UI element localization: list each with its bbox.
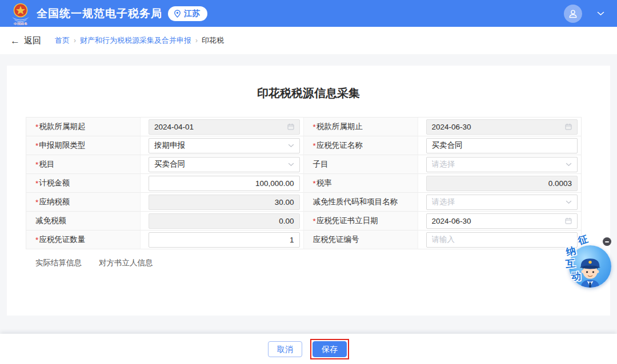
field-label-tax-rate: *税率: [304, 174, 418, 193]
chevron-down-icon: [288, 144, 294, 148]
field-label-certificate-issue-date: *应税凭证书立日期: [304, 212, 418, 230]
required-asterisk: *: [35, 236, 38, 244]
section-tabs: 实际结算信息对方书立人信息: [35, 258, 153, 268]
field-label-certificate-number: 应税凭证编号: [304, 230, 418, 249]
field-cell-certificate-count: 1: [141, 230, 304, 249]
field-label-tax-item: *税目: [26, 155, 141, 174]
required-asterisk: *: [35, 179, 38, 188]
required-asterisk: *: [313, 179, 316, 188]
reduction-amount-value: 0.00: [154, 217, 294, 225]
svg-text:中国税务: 中国税务: [14, 21, 28, 25]
tax-rate-value: 0.0003: [432, 179, 572, 188]
breadcrumb-item-2: 印花税: [202, 35, 224, 46]
certificate-count-input[interactable]: 1: [149, 232, 300, 248]
tax-item-select[interactable]: 买卖合同: [149, 157, 300, 172]
field-cell-reduction-code-and-project: 请选择: [418, 193, 582, 212]
required-asterisk: *: [35, 123, 38, 131]
field-cell-taxable-amount: 100,000.00: [141, 174, 304, 193]
taxable-certificate-name-value: 买卖合同: [432, 140, 572, 151]
page-title: 印花税税源信息采集: [7, 66, 610, 101]
section-tab-0[interactable]: 实际结算信息: [35, 258, 82, 268]
form-card: 印花税税源信息采集 *税款所属期起2024-04-01*税款所属期止2024-0…: [7, 66, 610, 316]
tax-period-end-date-field: 2024-06-30: [426, 119, 578, 135]
calendar-icon: [565, 217, 572, 224]
region-badge[interactable]: 江苏: [168, 6, 207, 21]
breadcrumb: 首页›财产和行为税税源采集及合并申报›印花税: [55, 35, 224, 46]
tax-item-value: 买卖合同: [154, 159, 285, 169]
certificate-number-input[interactable]: 请输入: [426, 232, 578, 248]
field-cell-tax-period-end: 2024-06-30: [418, 118, 582, 136]
field-cell-certificate-number: 请输入: [418, 230, 582, 249]
form-table: *税款所属期起2024-04-01*税款所属期止2024-06-30*申报期限类…: [26, 117, 582, 249]
field-label-reduction-code-and-project: 减免性质代码和项目名称: [304, 193, 418, 212]
calendar-icon: [565, 123, 572, 130]
field-cell-tax-period-start: 2024-04-01: [141, 118, 304, 136]
field-label-tax-payable: *应纳税额: [26, 193, 141, 212]
field-cell-tax-item: 买卖合同: [141, 155, 304, 174]
field-cell-taxable-certificate-name: 买卖合同: [418, 136, 582, 155]
save-button[interactable]: 保存: [312, 341, 347, 357]
region-label: 江苏: [184, 9, 200, 19]
back-arrow-icon: ←: [10, 36, 20, 46]
required-asterisk: *: [313, 123, 316, 131]
breadcrumb-bar: ← 返回 首页›财产和行为税税源采集及合并申报›印花税: [0, 27, 617, 54]
field-label-sub-item: 子目: [304, 155, 418, 174]
filing-deadline-type-value: 按期申报: [154, 140, 285, 151]
officer-cartoon: [574, 253, 607, 288]
taxable-amount-input[interactable]: 100,000.00: [149, 176, 300, 191]
field-cell-certificate-issue-date: 2024-06-30: [418, 212, 582, 230]
tax-payable-value: 30.00: [154, 198, 294, 207]
field-cell-filing-deadline-type: 按期申报: [141, 136, 304, 155]
tax-period-start-date-field: 2024-04-01: [149, 119, 300, 135]
tax-period-end-value: 2024-06-30: [432, 123, 562, 131]
sub-item-value: 请选择: [432, 159, 563, 169]
certificate-count-value: 1: [154, 236, 294, 244]
field-label-tax-period-end: *税款所属期止: [304, 118, 418, 136]
field-cell-tax-rate: 0.0003: [418, 174, 582, 193]
section-tab-1[interactable]: 对方书立人信息: [99, 258, 153, 268]
breadcrumb-item-0[interactable]: 首页: [55, 35, 70, 46]
certificate-issue-date-date-field[interactable]: 2024-06-30: [426, 213, 578, 229]
required-asterisk: *: [35, 141, 38, 150]
chevron-down-icon: [566, 200, 572, 204]
breadcrumb-separator: ›: [74, 37, 76, 45]
chevron-down-icon: [566, 163, 572, 167]
required-asterisk: *: [35, 198, 38, 207]
reduction-code-and-project-value: 请选择: [432, 197, 563, 207]
app-title: 全国统一规范电子税务局: [37, 6, 162, 21]
back-label: 返回: [24, 35, 41, 46]
tax-period-start-value: 2024-04-01: [154, 123, 284, 131]
required-asterisk: *: [35, 160, 38, 169]
breadcrumb-item-1[interactable]: 财产和行为税税源采集及合并申报: [80, 35, 191, 46]
page: 中国税务 全国统一规范电子税务局 江苏: [0, 0, 617, 364]
minimize-widget-button[interactable]: [603, 237, 611, 246]
back-button[interactable]: ← 返回: [10, 35, 41, 46]
certificate-issue-date-value: 2024-06-30: [432, 217, 562, 225]
app-header: 中国税务 全国统一规范电子税务局 江苏: [0, 0, 617, 27]
person-icon: [568, 9, 578, 19]
chevron-down-icon[interactable]: [597, 11, 604, 16]
footer-action-bar: 取消 保存: [0, 334, 617, 364]
taxable-certificate-name-input[interactable]: 买卖合同: [426, 138, 578, 153]
tax-rate-input: 0.0003: [426, 176, 578, 191]
certificate-number-value: 请输入: [432, 234, 572, 245]
breadcrumb-separator: ›: [195, 37, 198, 45]
tax-interaction-widget: 征 纳 互 动: [564, 234, 616, 289]
field-label-filing-deadline-type: *申报期限类型: [26, 136, 141, 155]
field-label-reduction-amount: 减免税额: [26, 212, 141, 230]
tax-payable-input: 30.00: [149, 195, 300, 210]
field-label-taxable-certificate-name: *应税凭证名称: [304, 136, 418, 155]
tax-officer-avatar[interactable]: [569, 245, 611, 288]
tax-bureau-logo: 中国税务: [10, 2, 31, 25]
user-avatar[interactable]: [564, 5, 582, 23]
reduction-code-and-project-select[interactable]: 请选择: [426, 195, 578, 210]
save-button-highlight: 保存: [310, 339, 349, 359]
taxable-amount-value: 100,000.00: [154, 179, 294, 188]
cancel-button[interactable]: 取消: [268, 341, 302, 357]
location-pin-icon: [174, 10, 181, 18]
required-asterisk: *: [313, 141, 316, 150]
field-cell-tax-payable: 30.00: [141, 193, 304, 212]
filing-deadline-type-select[interactable]: 按期申报: [149, 138, 300, 153]
sub-item-select[interactable]: 请选择: [426, 157, 578, 172]
widget-char: 征: [577, 234, 589, 246]
